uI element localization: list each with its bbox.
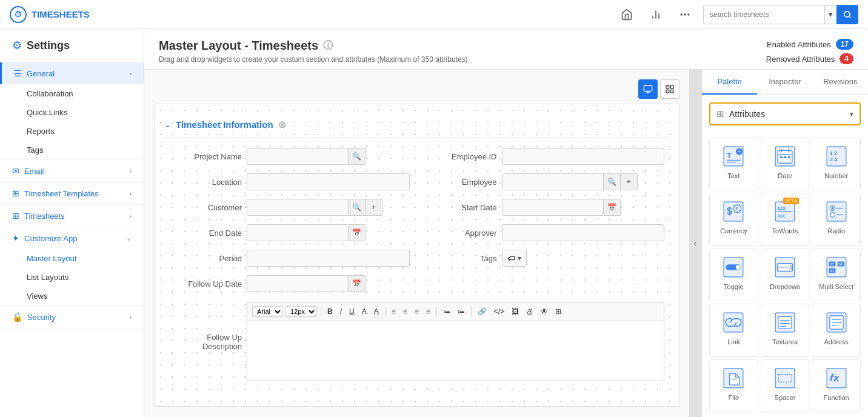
customer-search-btn[interactable]: 🔍 (349, 199, 366, 216)
tags-field[interactable]: 🏷 ▾ (502, 250, 527, 267)
grid-view-btn[interactable] (660, 79, 679, 99)
widget-address[interactable]: Address (812, 304, 861, 356)
align-center-btn[interactable]: ≡ (401, 306, 410, 317)
more-nav-btn[interactable] (674, 4, 696, 25)
chart-nav-btn[interactable] (645, 4, 667, 25)
employee-id-input[interactable] (502, 148, 665, 165)
field-tags: Tags 🏷 ▾ (424, 250, 665, 267)
rich-text-area: Follow UpDescription Arial 12px B I U A (169, 302, 664, 381)
table-btn[interactable]: ⊞ (553, 306, 564, 317)
widget-number[interactable]: 1 23 4 Number (812, 138, 861, 190)
svg-rect-40 (827, 202, 846, 222)
bold-btn[interactable]: B (325, 306, 335, 317)
customer-input[interactable] (247, 199, 349, 216)
employee-input[interactable] (502, 173, 604, 190)
input-start-date: 📅 (502, 199, 621, 216)
start-date-input[interactable] (502, 199, 604, 216)
widget-toggle[interactable]: Toggle (709, 249, 758, 301)
general-icon: ☰ (14, 68, 22, 78)
search-input[interactable] (703, 5, 824, 24)
location-input[interactable] (247, 173, 410, 190)
widget-date-label: Date (778, 172, 792, 179)
sidebar-sub-collaboration[interactable]: Collaboration (0, 84, 144, 103)
info-icon[interactable]: ⓘ (323, 39, 333, 52)
approver-input[interactable] (502, 224, 665, 241)
widget-text[interactable]: T+ Text (709, 138, 758, 190)
link-btn[interactable]: 🔗 (475, 306, 489, 317)
sidebar-sub-list-layouts[interactable]: List Layouts (0, 268, 144, 287)
sidebar-item-general[interactable]: ☰ General › (0, 62, 144, 84)
employee-add-btn[interactable]: + (621, 173, 638, 190)
widget-towords[interactable]: 123ABC BETA ToWords (761, 193, 810, 245)
widget-textarea[interactable]: Textarea (761, 304, 810, 356)
sidebar-item-timesheets[interactable]: ⊞ Timesheets › (0, 205, 144, 227)
widget-link[interactable]: Link (709, 304, 758, 356)
code-btn[interactable]: </> (492, 306, 507, 317)
tab-inspector[interactable]: Inspector (757, 70, 812, 95)
sidebar-sub-quicklinks[interactable]: Quick Links (0, 103, 144, 122)
project-name-input[interactable] (247, 148, 349, 165)
font-color-btn[interactable]: A (359, 306, 369, 317)
tab-revisions[interactable]: Revisions (813, 70, 868, 95)
employee-search-btn[interactable]: 🔍 (604, 173, 621, 190)
sidebar-sub-tags[interactable]: Tags (0, 141, 144, 159)
widget-date[interactable]: Date (761, 138, 810, 190)
sidebar-item-timesheet-templates[interactable]: ⊞ Timesheet Templates › (0, 182, 144, 204)
end-date-cal-btn[interactable]: 📅 (349, 224, 366, 241)
search-submit-btn[interactable] (836, 5, 858, 24)
enabled-label: Enabled Attributes (767, 40, 831, 49)
tab-palette[interactable]: Palette (702, 70, 757, 95)
period-input[interactable] (247, 250, 410, 267)
sidebar-item-email[interactable]: ✉ Email › (0, 160, 144, 182)
follow-up-date-cal-btn[interactable]: 📅 (349, 275, 366, 292)
section-remove-btn[interactable]: ⊗ (278, 119, 286, 130)
widget-spacer[interactable]: Spacer (761, 359, 810, 412)
ul-btn[interactable]: ≔ (441, 306, 453, 317)
print-btn[interactable]: 🖨 (524, 306, 536, 317)
widget-function[interactable]: fx Function (812, 359, 861, 412)
italic-btn[interactable]: I (338, 306, 344, 317)
section-collapse-btn[interactable]: ⌄ (164, 120, 171, 129)
widget-file[interactable]: File (709, 359, 758, 412)
underline-btn[interactable]: U (347, 306, 357, 317)
attributes-dropdown[interactable]: ⊞ Attributes ▾ (709, 102, 861, 125)
panel-collapse-btn[interactable]: ‹ (689, 70, 701, 417)
source-btn[interactable]: 👁 (538, 306, 550, 317)
home-nav-btn[interactable] (616, 4, 638, 25)
enabled-badge: 17 (836, 39, 853, 50)
sidebar-sub-master-layout[interactable]: Master Layout (0, 249, 144, 268)
security-icon: 🔒 (12, 312, 22, 322)
font-size-select[interactable]: 12px (285, 306, 317, 317)
start-date-cal-btn[interactable]: 📅 (604, 199, 621, 216)
field-customer: Customer 🔍 + (169, 199, 410, 216)
align-right-btn[interactable]: ≡ (412, 306, 421, 317)
align-left-btn[interactable]: ≡ (389, 306, 398, 317)
font-family-select[interactable]: Arial (252, 306, 283, 317)
highlight-btn[interactable]: A (372, 306, 381, 317)
sidebar-sub-views[interactable]: Views (0, 287, 144, 305)
search-dropdown-btn[interactable]: ▾ (824, 5, 836, 24)
widget-currency[interactable]: $€ Currency (709, 193, 758, 245)
rich-editor[interactable] (247, 321, 664, 381)
widget-link-label: Link (727, 338, 739, 345)
align-justify-btn[interactable]: ≡ (424, 306, 433, 317)
tags-dropdown-btn[interactable]: ▾ (518, 254, 521, 262)
desktop-view-btn[interactable] (638, 79, 658, 99)
sidebar-sub-reports[interactable]: Reports (0, 122, 144, 141)
field-employee-id: Employee ID (424, 148, 665, 165)
sidebar-item-security[interactable]: 🔒 Security › (0, 306, 144, 328)
customer-add-btn[interactable]: + (366, 199, 382, 216)
canvas-toolbar (154, 79, 679, 99)
ol-btn[interactable]: ≔ (455, 306, 467, 317)
follow-up-date-input[interactable] (247, 275, 349, 292)
email-icon: ✉ (12, 166, 19, 176)
sidebar-item-customize[interactable]: ✦ Customize App ⌄ (0, 227, 144, 249)
widget-spacer-label: Spacer (775, 394, 796, 401)
widget-radio[interactable]: Radio (812, 193, 861, 245)
image-btn[interactable]: 🖼 (509, 306, 521, 317)
widget-dropdown[interactable]: Dropdown (761, 249, 810, 301)
project-name-search-btn[interactable]: 🔍 (349, 148, 366, 165)
svg-rect-11 (666, 85, 669, 88)
end-date-input[interactable] (247, 224, 349, 241)
widget-multi-select[interactable]: txttxttxt Multi Select (812, 249, 861, 301)
